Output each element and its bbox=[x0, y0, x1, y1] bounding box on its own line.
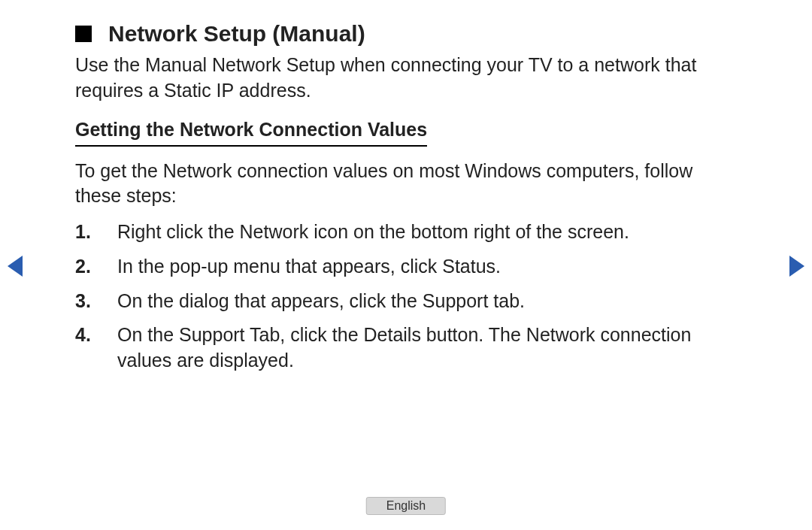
step-text: Right click the Network icon on the bott… bbox=[117, 220, 737, 245]
step-text: On the dialog that appears, click the Su… bbox=[117, 289, 737, 314]
title-row: Network Setup (Manual) bbox=[75, 21, 737, 47]
intro-paragraph: Use the Manual Network Setup when connec… bbox=[75, 53, 737, 104]
step-number: 3. bbox=[75, 289, 117, 314]
next-page-arrow-icon[interactable] bbox=[789, 256, 804, 277]
square-bullet-icon bbox=[75, 26, 92, 42]
page: Network Setup (Manual) Use the Manual Ne… bbox=[0, 0, 812, 530]
list-item: 3. On the dialog that appears, click the… bbox=[75, 289, 737, 314]
step-number: 1. bbox=[75, 220, 117, 245]
list-item: 1. Right click the Network icon on the b… bbox=[75, 220, 737, 245]
previous-page-arrow-icon[interactable] bbox=[8, 256, 23, 277]
steps-list: 1. Right click the Network icon on the b… bbox=[75, 220, 737, 374]
subheading-wrap: Getting the Network Connection Values bbox=[75, 119, 737, 147]
subheading: Getting the Network Connection Values bbox=[75, 119, 427, 147]
step-number: 4. bbox=[75, 323, 117, 374]
list-item: 2. In the pop-up menu that appears, clic… bbox=[75, 254, 737, 280]
step-text: In the pop-up menu that appears, click S… bbox=[117, 254, 737, 280]
step-number: 2. bbox=[75, 254, 117, 280]
page-title: Network Setup (Manual) bbox=[108, 21, 365, 47]
lead-paragraph: To get the Network connection values on … bbox=[75, 159, 737, 210]
list-item: 4. On the Support Tab, click the Details… bbox=[75, 323, 737, 374]
language-badge: English bbox=[366, 497, 446, 515]
step-text: On the Support Tab, click the Details bu… bbox=[117, 323, 737, 374]
